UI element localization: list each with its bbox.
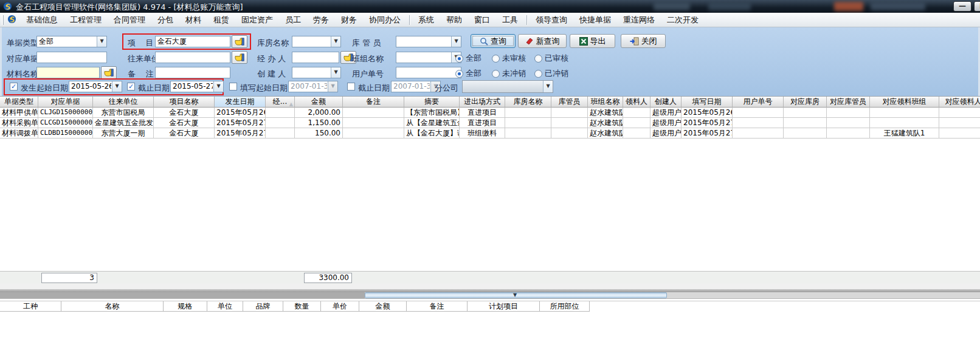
scrollbar-track[interactable] — [0, 292, 365, 298]
menu-item-4[interactable]: 材料 — [179, 13, 207, 27]
grid-cell[interactable]: CLCGD150000002 — [38, 118, 93, 128]
grid-header-cell[interactable]: 金额 — [295, 97, 343, 108]
warehouse-name-combo[interactable]: ▼ — [292, 36, 341, 47]
menu-item-8[interactable]: 劳务 — [307, 13, 335, 27]
menu-item-18[interactable]: 二次开发 — [661, 13, 705, 27]
grid-cell[interactable] — [827, 108, 870, 118]
grid-cell[interactable]: 金星建筑五金批发 — [93, 118, 154, 128]
grid-cell[interactable]: 从【金石大厦】调 — [404, 128, 460, 139]
detail-grid-header-cell[interactable]: 规格 — [164, 301, 207, 312]
grid-cell[interactable] — [343, 108, 404, 118]
fill-end-date-combo[interactable]: 2007-01-31▼ — [391, 81, 441, 92]
creator-combo[interactable]: ▼ — [292, 67, 341, 78]
chevron-down-icon[interactable]: ▼ — [213, 81, 223, 92]
grid-header-cell[interactable]: 对应库管员 — [827, 97, 870, 108]
grid-cell[interactable]: 超级用户 — [650, 108, 682, 118]
grid-header-cell[interactable]: 对应领料班组 — [870, 97, 939, 108]
menu-item-1[interactable]: 工程管理 — [64, 13, 108, 27]
grid-cell[interactable] — [623, 118, 650, 128]
chevron-down-icon[interactable]: ▼ — [328, 81, 337, 92]
grid-header-cell[interactable]: 对应库房 — [784, 97, 827, 108]
grid-cell[interactable] — [343, 128, 404, 139]
grid-cell[interactable]: 赵水建筑队 — [588, 128, 623, 139]
grid-cell[interactable] — [623, 128, 650, 139]
grid-cell[interactable]: 1,150.00 — [295, 118, 343, 128]
grid-cell[interactable]: 金石大厦 — [154, 108, 215, 118]
grid-cell[interactable] — [870, 118, 939, 128]
menu-item-3[interactable]: 分包 — [151, 13, 179, 27]
menu-item-11[interactable]: 系统 — [412, 13, 440, 27]
grid-cell[interactable]: 超级用户 — [650, 118, 682, 128]
grid-cell[interactable]: 2015年05月27日 — [215, 118, 266, 128]
grid-cell[interactable]: 材料调拨单 — [0, 128, 38, 139]
menu-item-15[interactable]: 领导查询 — [530, 13, 573, 27]
grid-cell[interactable] — [784, 118, 827, 128]
fill-start-checkbox[interactable] — [229, 83, 237, 91]
grid-cell[interactable]: 班组缴料 — [460, 128, 505, 139]
chevron-down-icon[interactable]: ▼ — [451, 36, 461, 47]
handler-input[interactable] — [292, 52, 339, 63]
detail-grid-header-cell[interactable]: 工种 — [0, 301, 61, 312]
detail-grid-header-cell[interactable]: 单位 — [207, 301, 243, 312]
grid-header-cell[interactable]: 库管员 — [551, 97, 588, 108]
grid-header-cell[interactable]: 领料人 — [623, 97, 650, 108]
menu-item-6[interactable]: 固定资产 — [235, 13, 279, 27]
fill-end-checkbox[interactable] — [347, 83, 355, 91]
grid-header-cell[interactable]: 对应单据 — [38, 97, 93, 108]
detail-grid-header-cell[interactable]: 数量 — [283, 301, 321, 312]
menu-item-7[interactable]: 员工 — [279, 13, 307, 27]
grid-cell[interactable] — [784, 108, 827, 118]
grid-header-cell[interactable]: 发生日期 — [215, 97, 266, 108]
grid-cell[interactable] — [733, 128, 784, 139]
grid-cell[interactable]: 赵水建筑队 — [588, 108, 623, 118]
grid-cell[interactable]: 2015年05月27日 — [682, 128, 733, 139]
new-query-button[interactable]: 新查询 — [518, 34, 567, 48]
chevron-down-icon[interactable]: ▼ — [543, 81, 553, 92]
grid-header-cell[interactable]: 进出场方式 — [460, 97, 505, 108]
grid-cell[interactable]: 材料采购单 — [0, 118, 38, 128]
grid-cell[interactable]: 2015年05月26日 — [682, 108, 733, 118]
grid-cell[interactable] — [827, 128, 870, 139]
team-name-combo[interactable]: ▼ — [396, 52, 461, 63]
grid-cell[interactable]: 2015年05月27日 — [682, 118, 733, 128]
table-row[interactable]: 材料采购单CLCGD150000002金星建筑五金批发金石大厦2015年05月2… — [0, 118, 980, 128]
grid-cell[interactable]: 金石大厦 — [154, 128, 215, 139]
grid-cell[interactable]: 【东营市国税局】 — [404, 108, 460, 118]
fill-start-date-combo[interactable]: 2007-01-31▼ — [288, 81, 338, 92]
material-picker-button[interactable] — [101, 66, 117, 79]
grid-cell[interactable] — [505, 128, 551, 139]
grid-cell[interactable] — [733, 118, 784, 128]
grid-cell[interactable] — [266, 118, 295, 128]
menu-item-13[interactable]: 窗口 — [468, 13, 496, 27]
maximize-button[interactable]: ❐ — [974, 1, 980, 12]
grid-cell[interactable] — [784, 128, 827, 139]
grid-header-cell[interactable]: 用户单号 — [733, 97, 784, 108]
grid-cell[interactable] — [827, 118, 870, 128]
grid-cell[interactable] — [266, 128, 295, 139]
remark-input[interactable] — [155, 67, 230, 78]
material-name-input[interactable] — [36, 67, 100, 78]
grid-cell[interactable]: 2015年05月26日 — [215, 108, 266, 118]
grid-cell[interactable] — [939, 128, 980, 139]
grid-cell[interactable]: 2,000.00 — [295, 108, 343, 118]
grid-cell[interactable] — [623, 108, 650, 118]
grid-header-cell[interactable]: 项目名称 — [154, 97, 215, 108]
grid-header-cell[interactable]: 单据类型 — [0, 97, 38, 108]
grid-cell[interactable]: 从【金星建筑五金 — [404, 118, 460, 128]
grid-cell[interactable]: CLJGD150000001 — [38, 108, 93, 118]
grid-cell[interactable]: 材料甲供单 — [0, 108, 38, 118]
grid-cell[interactable] — [870, 108, 939, 118]
export-button[interactable]: 导出 — [570, 34, 615, 48]
grid-header-cell[interactable]: 经...▲ — [266, 97, 295, 108]
close-button[interactable]: 关闭 — [621, 34, 666, 48]
occur-end-checkbox[interactable]: ✓ — [127, 83, 135, 91]
grid-cell[interactable] — [343, 118, 404, 128]
scrollbar-thumb[interactable]: ▼ — [365, 292, 667, 298]
collapse-arrow-icon[interactable]: ▼ — [513, 292, 517, 298]
menu-item-14[interactable]: 工具 — [496, 13, 524, 27]
menu-item-12[interactable]: 帮助 — [440, 13, 468, 27]
menu-item-5[interactable]: 租赁 — [207, 13, 235, 27]
query-button[interactable]: 查询 — [471, 34, 516, 48]
detail-grid-header-cell[interactable]: 单价 — [321, 301, 359, 312]
project-input[interactable]: 金石大厦 — [155, 36, 230, 47]
